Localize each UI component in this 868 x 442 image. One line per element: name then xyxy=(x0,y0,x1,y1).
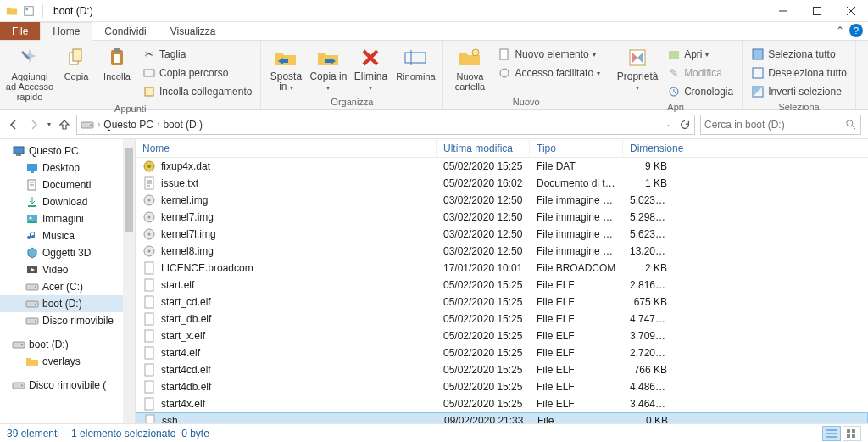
file-date: 05/02/2020 15:25 xyxy=(437,160,530,172)
col-modifica[interactable]: Ultima modifica xyxy=(437,139,530,157)
copia-button[interactable]: Copia xyxy=(58,42,95,81)
table-row[interactable]: start4.elf 05/02/2020 15:25 File ELF 2.7… xyxy=(136,344,868,361)
file-icon xyxy=(142,227,156,241)
chevron-down-icon[interactable]: ⌄ xyxy=(666,120,672,128)
chevron-right-icon[interactable]: › xyxy=(97,120,100,129)
tree-item[interactable]: Immagini xyxy=(0,210,135,227)
table-row[interactable]: ssh 09/02/2020 21:33 File 0 KB xyxy=(136,412,868,423)
history-dropdown[interactable]: ▾ xyxy=(47,120,51,128)
incolla-button[interactable]: Incolla xyxy=(98,42,136,81)
table-row[interactable]: start_db.elf 05/02/2020 15:25 File ELF 4… xyxy=(136,311,868,327)
tree-item[interactable]: Musica xyxy=(0,227,135,244)
table-row[interactable]: kernel8.img 03/02/2020 12:50 File immagi… xyxy=(136,243,868,260)
drive-icon xyxy=(12,338,25,351)
tree-item[interactable]: Desktop xyxy=(0,159,135,176)
table-row[interactable]: kernel7.img 03/02/2020 12:50 File immagi… xyxy=(136,209,868,226)
close-button[interactable] xyxy=(834,0,868,22)
copia-percorso-button[interactable]: Copia percorso xyxy=(139,64,255,81)
file-name: start_db.elf xyxy=(161,313,211,325)
col-tipo[interactable]: Tipo xyxy=(530,139,623,157)
tree-item[interactable]: overlays xyxy=(0,353,135,370)
sposta-button[interactable]: Sposta in ▾ xyxy=(266,42,305,93)
apri-button[interactable]: Apri ▾ xyxy=(664,46,737,63)
tree-item[interactable]: Download xyxy=(0,193,135,210)
help-icon[interactable]: ? xyxy=(849,24,863,37)
tree-item[interactable]: boot (D:) xyxy=(0,295,135,312)
link-icon xyxy=(142,85,156,98)
group-seleziona: Seleziona tutto Deseleziona tutto Invert… xyxy=(743,41,856,109)
chevron-down-icon: ▾ xyxy=(369,84,372,92)
seleziona-tutto-button[interactable]: Seleziona tutto xyxy=(748,46,850,63)
modifica-button[interactable]: ✎Modifica xyxy=(664,64,737,81)
breadcrumb[interactable]: boot (D:) xyxy=(163,119,203,131)
refresh-button[interactable] xyxy=(679,119,691,131)
breadcrumb[interactable]: Questo PC xyxy=(103,119,153,131)
cronologia-button[interactable]: Cronologia xyxy=(664,83,737,100)
icons-view-button[interactable] xyxy=(843,426,861,441)
table-row[interactable]: fixup4x.dat 05/02/2020 15:25 File DAT 9 … xyxy=(136,158,868,175)
table-row[interactable]: LICENCE.broadcom 17/01/2020 10:01 File B… xyxy=(136,260,868,277)
tree-item[interactable]: Disco rimovibile xyxy=(0,312,135,329)
pin-button[interactable]: Aggiungi ad Accesso rapido xyxy=(5,42,54,102)
properties-icon[interactable] xyxy=(22,4,36,18)
svg-rect-68 xyxy=(145,296,153,308)
tab-visualizza[interactable]: Visualizza xyxy=(159,22,228,40)
collapse-ribbon-icon[interactable]: ⌃ xyxy=(836,25,844,36)
tree-item[interactable]: Video xyxy=(0,261,135,278)
accesso-facilitato-button[interactable]: Accesso facilitato ▾ xyxy=(494,64,604,81)
svg-rect-9 xyxy=(114,48,120,52)
table-row[interactable]: start4db.elf 05/02/2020 15:25 File ELF 4… xyxy=(136,378,868,395)
details-view-button[interactable] xyxy=(822,426,841,441)
search-box[interactable] xyxy=(700,115,861,135)
svg-rect-10 xyxy=(114,54,120,63)
svg-rect-3 xyxy=(814,7,821,14)
minimize-button[interactable] xyxy=(766,0,800,22)
table-row[interactable]: start_x.elf 05/02/2020 15:25 File ELF 3.… xyxy=(136,327,868,344)
search-icon[interactable] xyxy=(845,119,857,131)
table-row[interactable]: start.elf 05/02/2020 15:25 File ELF 2.81… xyxy=(136,277,868,294)
back-button[interactable] xyxy=(7,118,20,131)
table-row[interactable]: kernel.img 03/02/2020 12:50 File immagin… xyxy=(136,192,868,209)
table-row[interactable]: kernel7l.img 03/02/2020 12:50 File immag… xyxy=(136,226,868,243)
table-row[interactable]: start4x.elf 05/02/2020 15:25 File ELF 3.… xyxy=(136,395,868,412)
nuovo-elemento-button[interactable]: Nuovo elemento ▾ xyxy=(494,46,604,63)
rinomina-button[interactable]: Rinomina xyxy=(393,42,437,81)
tab-file[interactable]: File xyxy=(0,22,40,40)
column-headers[interactable]: Nome Ultima modifica Tipo Dimensione xyxy=(136,139,868,158)
maximize-button[interactable] xyxy=(800,0,834,22)
copia-in-button[interactable]: Copia in ▾ xyxy=(309,42,348,93)
tree-item[interactable]: Acer (C:) xyxy=(0,278,135,295)
table-row[interactable]: issue.txt 05/02/2020 16:02 Documento di … xyxy=(136,175,868,192)
tree-item[interactable]: Documenti xyxy=(0,176,135,193)
tree-item[interactable]: Disco rimovibile ( xyxy=(0,377,135,394)
incolla-collegamento-button[interactable]: Incolla collegamento xyxy=(139,83,255,100)
deseleziona-button[interactable]: Deseleziona tutto xyxy=(748,64,850,81)
file-name: kernel.img xyxy=(161,194,208,206)
table-row[interactable]: start_cd.elf 05/02/2020 15:25 File ELF 6… xyxy=(136,294,868,311)
taglia-button[interactable]: ✂Taglia xyxy=(139,46,255,63)
svg-rect-72 xyxy=(145,364,153,376)
forward-button[interactable] xyxy=(27,118,41,131)
tree-item[interactable]: boot (D:) xyxy=(0,336,135,353)
tree-item[interactable]: Oggetti 3D xyxy=(0,244,135,261)
col-dimensione[interactable]: Dimensione xyxy=(623,139,682,157)
tab-condividi[interactable]: Condividi xyxy=(92,22,158,40)
col-nome[interactable]: Nome xyxy=(136,139,437,157)
table-row[interactable]: start4cd.elf 05/02/2020 15:25 File ELF 7… xyxy=(136,361,868,378)
file-size: 9 KB xyxy=(623,160,674,172)
nuova-cartella-button[interactable]: Nuova cartella xyxy=(448,42,491,92)
chevron-right-icon[interactable]: › xyxy=(157,120,159,129)
address-bar[interactable]: › Questo PC › boot (D:) ⌄ xyxy=(76,115,695,135)
nav-tree[interactable]: Questo PCDesktopDocumentiDownloadImmagin… xyxy=(0,139,136,423)
file-type: File DAT xyxy=(530,160,623,172)
inverti-button[interactable]: Inverti selezione xyxy=(748,83,850,100)
svg-rect-80 xyxy=(852,429,855,433)
scrollbar-thumb[interactable] xyxy=(125,148,133,232)
search-input[interactable] xyxy=(704,119,845,131)
proprieta-button[interactable]: Proprietà ▾ xyxy=(615,42,660,93)
tree-item[interactable]: Questo PC xyxy=(0,143,135,159)
elimina-button[interactable]: Elimina ▾ xyxy=(351,42,390,93)
up-button[interactable] xyxy=(58,118,71,131)
scrollbar[interactable] xyxy=(123,139,135,423)
tab-home[interactable]: Home xyxy=(40,22,92,41)
